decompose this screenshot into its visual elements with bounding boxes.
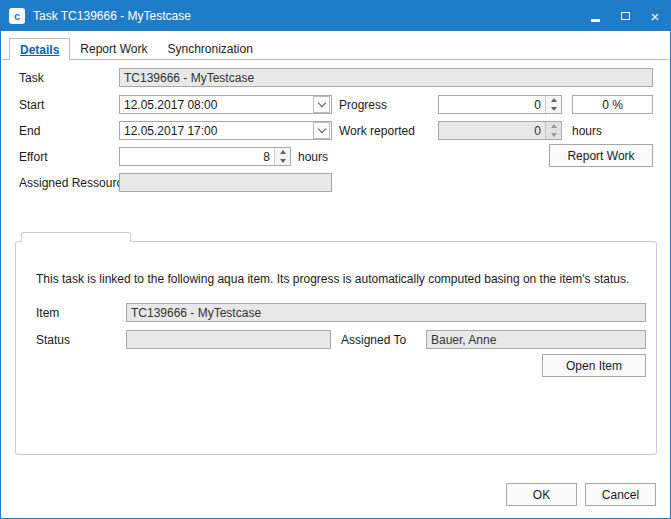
end-label: End [19,124,40,138]
tab-synchronization[interactable]: Synchronization [158,38,263,59]
spin-down-icon [280,159,286,163]
linked-item-info-text: This task is linked to the following aqu… [36,272,648,286]
start-date-combo[interactable]: 12.05.2017 08:00 [119,95,332,114]
end-dropdown-button[interactable] [313,122,330,139]
work-reported-unit-label: hours [572,124,602,138]
item-value: TC139666 - MyTestcase [127,306,645,320]
item-field: TC139666 - MyTestcase [126,303,646,322]
start-dropdown-button[interactable] [313,96,330,113]
assigned-ressource-field [119,173,332,192]
effort-spin-buttons [274,148,290,165]
close-button[interactable]: × [640,1,670,31]
progress-spin-buttons [545,96,561,113]
maximize-button[interactable] [610,1,640,31]
work-reported-spin-down [546,131,561,140]
assigned-to-label: Assigned To [341,333,406,347]
assigned-to-value: Bauer, Anne [427,333,645,347]
task-value: TC139666 - MyTestcase [120,71,652,85]
spin-up-icon [551,124,557,128]
progress-label: Progress [339,98,387,112]
minimize-button[interactable] [580,1,610,31]
spin-up-icon [551,98,557,102]
window-title: Task TC139666 - MyTestcase [33,9,191,23]
end-date-value: 12.05.2017 17:00 [120,124,312,138]
progress-spin-up[interactable] [546,96,561,105]
work-reported-spin-up [546,122,561,131]
effort-spin-down[interactable] [275,157,290,166]
end-date-combo[interactable]: 12.05.2017 17:00 [119,121,332,140]
task-label: Task [19,71,44,85]
effort-spinner[interactable]: 8 [119,147,291,166]
progress-value: 0 [439,98,545,112]
spin-down-icon [551,133,557,137]
tab-strip: Details Report Work Synchronization [9,38,263,60]
tab-report-work[interactable]: Report Work [70,38,157,59]
work-reported-spinner: 0 [438,121,562,140]
chevron-down-icon [317,125,325,133]
minimize-icon [591,19,600,22]
task-dialog-window: c Task TC139666 - MyTestcase × Details R… [0,0,671,519]
progress-spin-down[interactable] [546,105,561,114]
progress-percent-field[interactable]: 0 % [572,95,653,114]
effort-unit-label: hours [298,150,328,164]
app-icon: c [9,8,25,24]
report-work-button[interactable]: Report Work [549,144,653,167]
titlebar[interactable]: c Task TC139666 - MyTestcase × [1,1,670,31]
work-reported-spin-buttons [545,122,561,139]
task-field: TC139666 - MyTestcase [119,68,653,87]
groupbox-caption-notch [21,232,131,242]
chevron-down-icon [317,99,325,107]
effort-label: Effort [19,150,47,164]
status-label: Status [36,333,70,347]
item-label: Item [36,306,59,320]
work-reported-value: 0 [439,124,545,138]
start-label: Start [19,98,44,112]
effort-value: 8 [120,150,274,164]
assigned-to-field: Bauer, Anne [426,330,646,349]
status-field [126,330,331,349]
progress-percent-value: 0 % [573,98,652,112]
spin-down-icon [551,107,557,111]
maximize-icon [621,12,630,20]
spin-up-icon [280,150,286,154]
window-controls: × [580,1,670,31]
effort-spin-up[interactable] [275,148,290,157]
start-date-value: 12.05.2017 08:00 [120,98,312,112]
close-icon: × [651,9,660,24]
cancel-button[interactable]: Cancel [585,483,656,506]
tab-details[interactable]: Details [9,38,70,60]
progress-spinner[interactable]: 0 [438,95,562,114]
open-item-button[interactable]: Open Item [542,354,646,377]
assigned-ressource-label: Assigned Ressource [19,176,129,190]
work-reported-label: Work reported [339,124,415,138]
ok-button[interactable]: OK [506,483,577,506]
